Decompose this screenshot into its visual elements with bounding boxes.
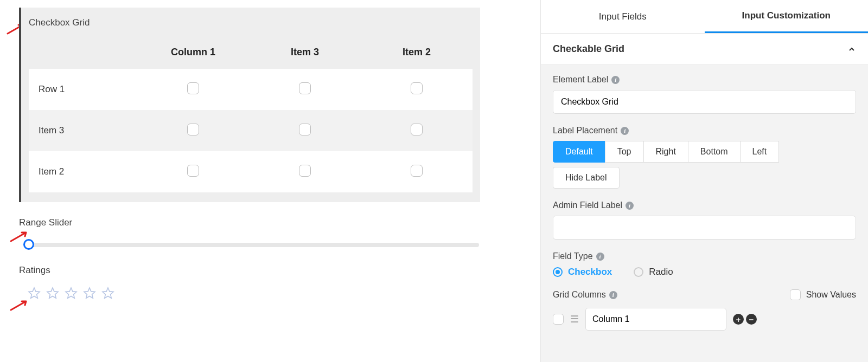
element-label-text: Element Label — [553, 75, 608, 85]
range-slider-field[interactable]: Range Slider — [19, 217, 480, 250]
grid-checkbox[interactable] — [299, 124, 311, 135]
field-type-group: Field Type i Checkbox Radio — [553, 251, 856, 277]
remove-column-button[interactable]: − — [746, 314, 757, 325]
grid-checkbox[interactable] — [411, 165, 423, 177]
star-icon[interactable] — [83, 287, 96, 300]
show-values-checkbox[interactable] — [790, 289, 801, 300]
grid-row: Item 2 — [29, 151, 473, 192]
admin-field-label-input[interactable] — [553, 216, 856, 240]
grid-column-checkbox[interactable] — [553, 314, 564, 325]
show-values-toggle[interactable]: Show Values — [790, 289, 856, 300]
grid-checkbox[interactable] — [411, 124, 423, 135]
admin-field-label-group: Admin Field Label i — [553, 201, 856, 240]
grid-row: Row 1 — [29, 69, 473, 110]
star-icon[interactable] — [28, 287, 41, 300]
field-type-radio-option[interactable]: Radio — [634, 267, 673, 277]
ratings-stars — [28, 287, 480, 300]
grid-column-header: Column 1 — [137, 37, 249, 69]
element-label-input[interactable] — [553, 90, 856, 114]
grid-checkbox[interactable] — [187, 82, 199, 94]
checkbox-grid-field[interactable]: Checkbox Grid Column 1 Item 3 Item 2 Row… — [19, 8, 480, 202]
radio-icon — [634, 267, 643, 277]
grid-checkbox[interactable] — [187, 124, 199, 135]
grid-column-header: Item 3 — [249, 37, 361, 69]
grid-checkbox[interactable] — [299, 165, 311, 177]
info-icon[interactable]: i — [611, 76, 620, 84]
grid-row-label: Item 3 — [29, 125, 137, 136]
placement-hide-label-button[interactable]: Hide Label — [553, 167, 620, 189]
info-icon[interactable]: i — [621, 127, 629, 135]
info-icon[interactable]: i — [626, 202, 634, 210]
label-placement-group: Label Placement i Default Top Right Bott… — [553, 126, 856, 189]
add-column-button[interactable]: + — [733, 314, 744, 325]
drag-handle-icon[interactable]: ☰ — [570, 313, 579, 325]
placement-left-button[interactable]: Left — [740, 141, 780, 163]
section-title: Checkable Grid — [553, 43, 624, 55]
placement-top-button[interactable]: Top — [605, 141, 644, 163]
settings-panel: Input Fields Input Customization Checkab… — [540, 0, 868, 362]
admin-field-label-text: Admin Field Label — [553, 201, 622, 210]
grid-checkbox[interactable] — [299, 82, 311, 94]
field-type-checkbox-option[interactable]: Checkbox — [553, 267, 612, 277]
star-icon[interactable] — [46, 287, 59, 300]
placement-default-button[interactable]: Default — [553, 141, 605, 163]
field-type-text: Field Type — [553, 251, 593, 261]
grid-columns-text: Grid Columns — [553, 290, 606, 300]
grid-column-header: Item 2 — [361, 37, 473, 69]
info-icon[interactable]: i — [609, 291, 617, 299]
star-icon[interactable] — [101, 287, 114, 300]
section-header-checkable-grid[interactable]: Checkable Grid — [541, 34, 868, 65]
grid-row-label: Item 2 — [29, 166, 137, 177]
placement-right-button[interactable]: Right — [643, 141, 688, 163]
placement-bottom-button[interactable]: Bottom — [688, 141, 741, 163]
settings-tabs: Input Fields Input Customization — [541, 0, 868, 34]
show-values-label: Show Values — [806, 290, 856, 300]
grid-row-label: Row 1 — [29, 84, 137, 95]
tab-input-fields[interactable]: Input Fields — [541, 0, 705, 33]
grid-row: Item 3 — [29, 110, 473, 151]
grid-checkbox[interactable] — [187, 165, 199, 177]
element-label-group: Element Label i — [553, 75, 856, 114]
checkbox-grid-header: Column 1 Item 3 Item 2 — [29, 37, 473, 69]
info-icon[interactable]: i — [596, 253, 604, 261]
grid-column-value-input[interactable] — [585, 308, 726, 331]
tab-input-customization[interactable]: Input Customization — [705, 0, 869, 33]
chevron-up-icon — [847, 45, 856, 54]
ratings-label: Ratings — [19, 265, 480, 276]
form-preview-panel: Checkbox Grid Column 1 Item 3 Item 2 Row… — [0, 0, 480, 300]
range-slider-thumb[interactable] — [23, 239, 34, 250]
grid-checkbox[interactable] — [411, 82, 423, 94]
ratings-field[interactable]: Ratings — [19, 265, 480, 300]
radio-icon — [553, 267, 563, 277]
annotation-arrow — [10, 299, 28, 311]
checkbox-grid-title: Checkbox Grid — [21, 8, 480, 37]
range-slider-track[interactable] — [23, 239, 479, 250]
range-slider-label: Range Slider — [19, 217, 480, 228]
label-placement-text: Label Placement — [553, 126, 617, 135]
grid-column-item-row: ☰ + − — [553, 308, 856, 331]
grid-columns-group: Grid Columns i Show Values ☰ + − — [553, 289, 856, 331]
star-icon[interactable] — [65, 287, 78, 300]
